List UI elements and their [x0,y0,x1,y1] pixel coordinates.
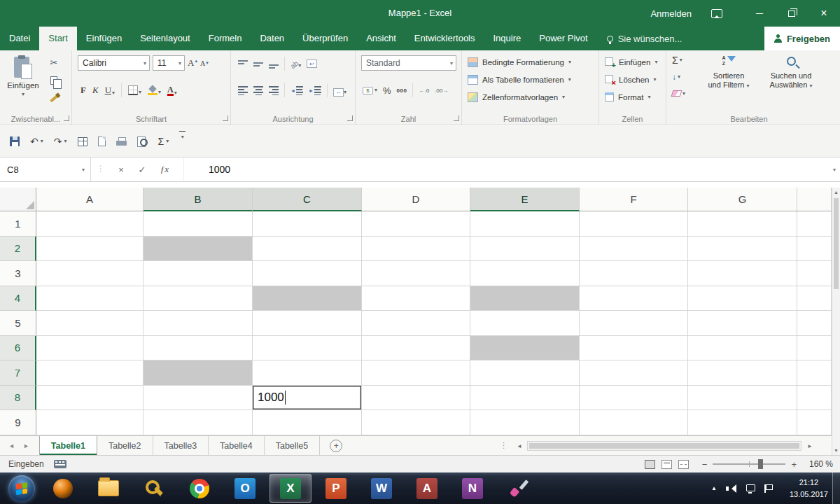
vertical-scrollbar[interactable]: ▲ ▼ [832,188,840,455]
decrease-indent-button[interactable]: ◄ [290,86,303,95]
cell-D2[interactable] [362,237,470,262]
row-header-8[interactable]: 8 [0,386,36,411]
align-center-icon[interactable] [253,86,263,95]
cell-D5[interactable] [362,311,470,336]
cell-C8[interactable]: 1000 [253,386,362,411]
increase-indent-button[interactable]: ► [309,86,321,95]
cell-C6[interactable] [253,336,362,361]
dialog-launcher-icon[interactable] [64,115,69,121]
cell-A3[interactable] [36,261,144,286]
ribbon-tab-ansicht[interactable]: Ansicht [357,27,405,50]
taskbar-button-keys[interactable] [133,474,175,503]
cell-E1[interactable] [470,211,580,237]
align-bottom-icon[interactable] [269,59,279,69]
view-gridlines-button[interactable] [74,131,92,152]
taskbar-button-chrome[interactable] [178,474,220,503]
row-header-5[interactable]: 5 [0,311,36,336]
decrease-font-button[interactable]: A▾ [200,59,209,67]
cell-F2[interactable] [580,237,688,262]
formula-input[interactable]: 1000 [183,158,822,181]
cell-D4[interactable] [362,286,470,312]
dialog-launcher-icon[interactable] [454,115,459,121]
cell-A5[interactable] [36,311,144,336]
horizontal-scrollbar[interactable] [527,441,802,451]
close-button[interactable]: × [808,0,840,27]
cell-overflow-9[interactable] [797,410,832,435]
cell-B5[interactable] [144,311,253,336]
sheet-tab-tabelle3[interactable]: Tabelle3 [153,436,209,455]
format-painter-button[interactable] [45,91,63,106]
zoom-slider-thumb[interactable] [758,459,763,469]
cell-F7[interactable] [580,360,688,386]
ribbon-tab-inquire[interactable]: Inquire [484,27,531,50]
paste-button[interactable]: Einfügen ▾ [4,54,42,110]
cell-overflow-8[interactable] [797,386,832,411]
format-as-table-button[interactable]: Als Tabelle formatieren ▾ [468,71,571,88]
normal-view-button[interactable] [645,460,655,469]
cell-F1[interactable] [580,211,688,237]
cell-E8[interactable] [470,386,580,411]
cell-C7[interactable] [253,360,362,386]
number-format-select[interactable]: Standard ▾ [361,55,456,71]
column-header-F[interactable]: F [580,188,688,211]
row-header-6[interactable]: 6 [0,336,36,361]
column-header-G[interactable]: G [688,188,797,211]
merge-center-button[interactable]: ↔▾ [333,84,346,97]
fill-button[interactable]: ↓▾ [672,73,680,81]
cell-E5[interactable] [470,311,580,336]
cell-G4[interactable] [688,286,797,312]
cell-A4[interactable] [36,286,144,312]
cell-A2[interactable] [36,237,144,262]
underline-button[interactable]: U▾ [105,85,115,96]
sheet-tab-tabelle4[interactable]: Tabelle4 [209,436,265,455]
restore-button[interactable] [776,0,808,27]
sign-in-button[interactable]: Anmelden [650,8,692,19]
horizontal-scrollbar-thumb[interactable] [529,443,799,449]
cell-B3[interactable] [144,261,253,286]
qat-autosum-button[interactable]: Σ▾ [154,131,174,152]
cell-A6[interactable] [36,336,144,361]
cell-overflow-5[interactable] [797,311,832,336]
wrap-text-button[interactable]: ↩ [307,59,317,68]
font-color-button[interactable]: A▾ [167,85,177,96]
volume-icon[interactable] [726,484,737,493]
font-name-select[interactable]: Calibri ▾ [78,55,150,71]
align-left-icon[interactable] [238,86,248,95]
cell-E6[interactable] [470,336,580,361]
column-header-C[interactable]: C [253,188,362,211]
cell-G7[interactable] [688,360,797,386]
taskbar-button-onenote[interactable]: N [451,474,493,503]
cell-G2[interactable] [688,237,797,262]
hscroll-right-icon[interactable]: ► [807,443,813,449]
taskbar-button-access[interactable]: A [406,474,448,503]
cell-overflow-6[interactable] [797,336,832,361]
ribbon-tab-start[interactable]: Start [39,27,76,50]
share-button[interactable]: Freigeben [764,27,840,50]
row-header-9[interactable]: 9 [0,410,36,435]
cell-F9[interactable] [580,410,688,435]
taskbar-button-paintbrush[interactable] [497,474,539,503]
taskbar-button-explorer[interactable] [88,474,130,503]
cell-G5[interactable] [688,311,797,336]
column-header-E[interactable]: E [470,188,580,211]
column-header-D[interactable]: D [362,188,470,211]
cell-E3[interactable] [470,261,580,286]
fill-color-button[interactable]: ▾ [148,86,161,95]
enter-button[interactable]: ✓ [133,158,151,181]
cell-F6[interactable] [580,336,688,361]
cell-A9[interactable] [36,410,144,435]
taskbar-button-media-player[interactable] [42,474,84,503]
orientation-button[interactable]: ab▾ [290,57,301,70]
autosum-button[interactable]: Σ▾ [672,55,682,65]
cell-D7[interactable] [362,360,470,386]
cell-overflow-4[interactable] [797,286,832,312]
cell-G9[interactable] [688,410,797,435]
cell-F5[interactable] [580,311,688,336]
increase-font-button[interactable]: A▴ [188,57,197,69]
redo-button[interactable]: ↷▾ [50,131,71,152]
cell-C5[interactable] [253,311,362,336]
cell-D8[interactable] [362,386,470,411]
cell-B4[interactable] [144,286,253,312]
sheet-nav-right-icon[interactable]: ► [23,442,29,449]
new-sheet-button[interactable]: + [330,440,342,452]
